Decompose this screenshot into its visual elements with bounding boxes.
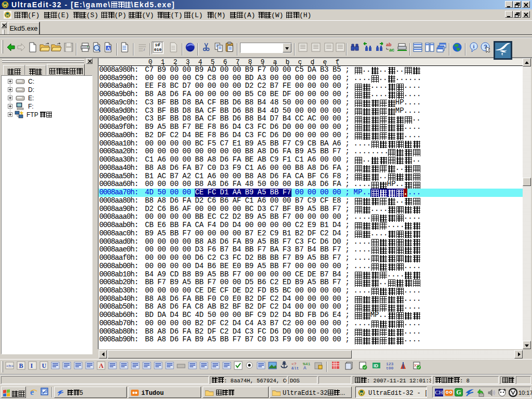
svg-text:ac: ac: [389, 47, 394, 52]
svg-text:B: B: [19, 362, 23, 369]
svg-text:A: A: [303, 366, 307, 370]
svg-text:I: I: [31, 362, 33, 369]
svg-text:010: 010: [154, 47, 162, 52]
svg-text:10: 10: [155, 43, 160, 47]
svg-text:A: A: [107, 46, 111, 51]
svg-text:t00: t00: [386, 366, 394, 370]
svg-text:ab: ab: [386, 42, 392, 47]
svg-text:<h>: <h>: [6, 364, 14, 368]
svg-text:ID: ID: [374, 363, 379, 368]
svg-text:e: e: [30, 388, 34, 396]
svg-text:i: i: [473, 44, 475, 49]
svg-text:U: U: [42, 362, 47, 369]
svg-text:A: A: [99, 362, 104, 369]
svg-text:&lt: &lt: [291, 366, 299, 370]
